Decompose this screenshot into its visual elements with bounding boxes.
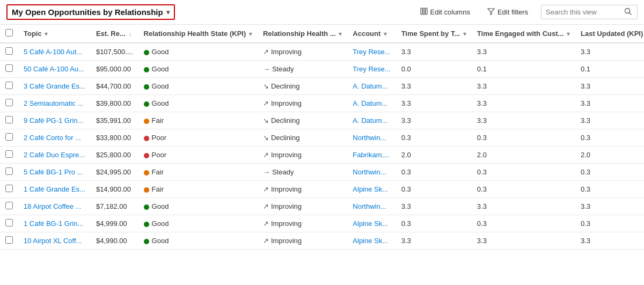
row-last-updated: 2.0: [575, 147, 644, 164]
topic-link[interactable]: 2 Semiautomatic ...: [24, 99, 83, 107]
row-time-engaged: 0.3: [472, 129, 575, 147]
topic-link[interactable]: 18 Airpot Coffee ...: [24, 202, 81, 210]
search-input[interactable]: [546, 8, 621, 16]
row-checkbox-cell: [0, 164, 18, 181]
row-checkbox[interactable]: [5, 99, 13, 106]
row-est-revenue: $95,000.00: [91, 61, 138, 78]
row-rel-health: →Steady: [258, 61, 347, 78]
col-header-account[interactable]: Account ▾: [347, 25, 396, 43]
edit-filters-button[interactable]: Edit filters: [483, 5, 532, 19]
row-rel-health: ↘Declining: [258, 112, 347, 129]
row-account: A. Datum...: [347, 112, 396, 129]
row-time-engaged: 3.3: [472, 78, 575, 95]
table-row: 2 Semiautomatic ...$39,800.00Good↗Improv…: [0, 95, 644, 112]
table-row: 5 Café BG-1 Pro ...$24,995.00Fair→Steady…: [0, 164, 644, 181]
account-link[interactable]: A. Datum...: [353, 116, 387, 125]
topic-link[interactable]: 3 Café Grande Es...: [24, 82, 85, 90]
row-time-spent: 3.3: [396, 232, 472, 250]
row-time-engaged: 3.3: [472, 232, 575, 250]
row-time-spent: 0.3: [396, 164, 472, 181]
row-time-engaged: 0.1: [472, 61, 575, 78]
row-checkbox-cell: [0, 43, 18, 61]
row-time-spent: 2.0: [396, 147, 472, 164]
kpi-dot-icon: [144, 101, 149, 107]
col-header-rel-health[interactable]: Relationship Health ... ▾: [258, 25, 347, 43]
col-header-time-spent[interactable]: Time Spent by T... ▾: [396, 25, 472, 43]
row-checkbox[interactable]: [5, 185, 13, 192]
account-link[interactable]: Trey Rese...: [353, 65, 390, 73]
topic-link[interactable]: 5 Café BG-1 Pro ...: [24, 168, 83, 176]
svg-rect-2: [426, 8, 427, 14]
row-checkbox[interactable]: [5, 150, 13, 158]
topic-link[interactable]: 1 Café Grande Es...: [24, 185, 85, 193]
row-checkbox[interactable]: [5, 64, 13, 72]
table-row: 2 Café Corto for ...$33,800.00Poor↘Decli…: [0, 129, 644, 147]
time-engaged-sort-icon: ▾: [567, 31, 570, 37]
row-account: Northwin...: [347, 129, 396, 147]
kpi-dot-icon: [144, 84, 149, 90]
account-link[interactable]: Trey Rese...: [353, 48, 390, 56]
row-account: A. Datum...: [347, 78, 396, 95]
topic-link[interactable]: 1 Café BG-1 Grin...: [24, 220, 83, 228]
topic-link[interactable]: 50 Café A-100 Au...: [24, 65, 84, 73]
row-account: Alpine Sk...: [347, 232, 396, 250]
account-link[interactable]: Alpine Sk...: [353, 220, 388, 228]
col-header-last-updated[interactable]: Last Updated (KPI) ▾: [575, 25, 644, 43]
topic-link[interactable]: 10 Airpot XL Coff...: [24, 237, 82, 245]
topic-link[interactable]: 2 Café Duo Espre...: [24, 151, 85, 159]
row-checkbox[interactable]: [5, 236, 13, 244]
row-checkbox[interactable]: [5, 167, 13, 175]
account-link[interactable]: A. Datum...: [353, 99, 387, 107]
kpi-dot-icon: [144, 67, 149, 72]
kpi-dot-icon: [144, 187, 149, 193]
col-header-topic[interactable]: Topic ▾: [18, 25, 91, 43]
account-link[interactable]: Northwin...: [353, 168, 386, 176]
table-header: Topic ▾ Est. Re... ↓ Relationship Health…: [0, 25, 644, 43]
row-last-updated: 0.1: [575, 61, 644, 78]
row-checkbox[interactable]: [5, 133, 13, 141]
row-checkbox-cell: [0, 95, 18, 112]
row-kpi-state: Fair: [138, 112, 258, 129]
page-title-container[interactable]: My Open Opportunities by Relationship ▾: [6, 4, 175, 20]
trend-arrow-icon: ↗: [263, 151, 269, 159]
select-all-checkbox[interactable]: [5, 29, 13, 36]
account-link[interactable]: Northwin...: [353, 202, 386, 210]
account-sort-icon: ▾: [384, 31, 387, 37]
row-checkbox[interactable]: [5, 47, 13, 55]
trend-arrow-icon: →: [263, 168, 270, 176]
col-header-kpi-state[interactable]: Relationship Health State (KPI) ▾: [138, 25, 258, 43]
trend-arrow-icon: ↗: [263, 202, 269, 210]
svg-marker-3: [488, 9, 494, 14]
row-est-revenue: $35,991.00: [91, 112, 138, 129]
topic-sort-icon: ▾: [45, 31, 48, 37]
account-link[interactable]: Alpine Sk...: [353, 237, 388, 245]
account-link[interactable]: Alpine Sk...: [353, 185, 388, 193]
col-header-time-engaged[interactable]: Time Engaged with Cust... ▾: [472, 25, 575, 43]
row-time-engaged: 0.3: [472, 181, 575, 198]
row-time-spent: 0.0: [396, 61, 472, 78]
col-header-est-revenue[interactable]: Est. Re... ↓: [91, 25, 138, 43]
row-time-spent: 0.3: [396, 181, 472, 198]
row-rel-health: →Steady: [258, 164, 347, 181]
account-link[interactable]: Fabrikam,...: [353, 151, 390, 159]
row-last-updated: 3.3: [575, 95, 644, 112]
trend-arrow-icon: ↘: [263, 134, 269, 142]
edit-columns-label: Edit columns: [430, 8, 470, 16]
row-checkbox[interactable]: [5, 202, 13, 209]
row-checkbox[interactable]: [5, 116, 13, 123]
row-checkbox[interactable]: [5, 219, 13, 226]
account-link[interactable]: Northwin...: [353, 134, 386, 142]
topic-link[interactable]: 5 Café A-100 Aut...: [24, 48, 82, 56]
edit-filters-label: Edit filters: [497, 8, 528, 16]
kpi-dot-icon: [144, 222, 149, 227]
row-est-revenue: $33,800.00: [91, 129, 138, 147]
row-last-updated: 3.3: [575, 198, 644, 215]
topic-link[interactable]: 9 Café PG-1 Grin...: [24, 116, 83, 125]
search-box: [541, 5, 638, 19]
row-rel-health: ↗Improving: [258, 232, 347, 250]
row-topic: 2 Café Duo Espre...: [18, 147, 91, 164]
edit-columns-button[interactable]: Edit columns: [416, 5, 474, 19]
account-link[interactable]: A. Datum...: [353, 82, 387, 90]
topic-link[interactable]: 2 Café Corto for ...: [24, 134, 81, 142]
row-checkbox[interactable]: [5, 82, 13, 89]
